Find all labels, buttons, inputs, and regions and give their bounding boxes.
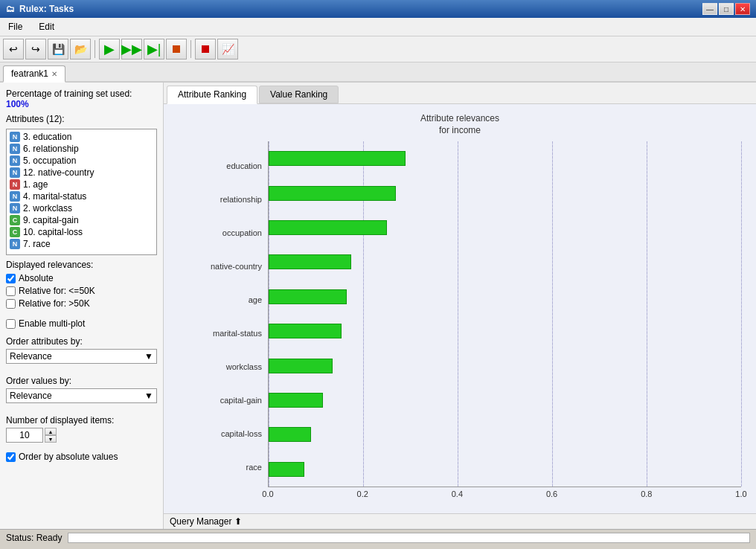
multiplot-label: Enable multi-plot	[19, 318, 85, 329]
relative-le50-checkbox-row: Relative for: <=50K	[6, 286, 157, 296]
chart-label-native-country: native-country	[179, 262, 262, 271]
x-label-10: 1.0	[735, 489, 746, 498]
relative-le50-label: Relative for: <=50K	[19, 286, 95, 296]
list-item[interactable]: N 7. race	[8, 238, 155, 250]
toolbar-run-all[interactable]: ▶▶	[121, 39, 142, 60]
relevances-section: Displayed relevances: Absolute Relative …	[6, 260, 157, 311]
tab-featrank1[interactable]: featrank1 ✕	[3, 65, 65, 83]
absolute-label: Absolute	[19, 273, 54, 283]
abs-order-label: Order by absolute values	[19, 452, 118, 462]
order-attr-select[interactable]: Relevance ▼	[6, 349, 157, 364]
toolbar-save[interactable]: 💾	[48, 39, 68, 60]
query-manager-tab[interactable]: Query Manager ⬆	[170, 516, 242, 527]
chart-body: education relationship occupation native…	[179, 141, 741, 506]
abs-order-checkbox[interactable]	[6, 452, 16, 462]
order-attr-section: Order attributes by: Relevance ▼	[6, 336, 157, 368]
toolbar-undo[interactable]: ↩	[3, 39, 24, 60]
toolbar-open[interactable]: 📂	[70, 39, 91, 60]
chart-label-workclass: workclass	[179, 362, 262, 371]
toolbar-chart[interactable]: 📈	[217, 39, 238, 60]
list-item[interactable]: N 12. native-country	[8, 167, 155, 179]
absolute-checkbox[interactable]	[6, 274, 16, 283]
chart-area: Attribute relevances for income educatio…	[164, 104, 756, 513]
spin-up-button[interactable]: ▲	[45, 428, 57, 435]
tab-close-button[interactable]: ✕	[51, 70, 57, 78]
chart-label-marital-status: marital-status	[179, 329, 262, 338]
bar-row-capital-loss	[269, 425, 741, 444]
x-label-02: 0.2	[357, 489, 368, 498]
list-item[interactable]: N 2. workclass	[8, 202, 155, 214]
badge-c: C	[10, 215, 20, 225]
chart-tabs: Attribute Ranking Value Ranking	[164, 83, 756, 104]
bar-row-relationship	[269, 184, 741, 203]
badge-n: N	[10, 191, 20, 202]
toolbar-separator-2	[190, 40, 191, 58]
bar-native-country	[269, 254, 351, 269]
badge-n: N	[10, 155, 20, 166]
bar-age	[269, 289, 347, 304]
bar-row-occupation	[269, 218, 741, 237]
bar-row-education	[269, 149, 741, 168]
list-item[interactable]: N 4. marital-status	[8, 190, 155, 202]
tab-label: featrank1	[11, 68, 48, 79]
num-items-input[interactable]	[6, 428, 43, 443]
toolbar-run[interactable]: ▶	[99, 39, 120, 60]
tab-strip: featrank1 ✕	[0, 62, 756, 83]
spin-down-button[interactable]: ▼	[45, 435, 57, 443]
list-item[interactable]: C 9. capital-gain	[8, 214, 155, 226]
list-item[interactable]: N 3. education	[8, 131, 155, 143]
chart-label-race: race	[179, 463, 262, 472]
x-label-0: 0.0	[262, 489, 273, 498]
order-values-value: Relevance	[10, 391, 52, 401]
left-panel: Percentage of training set used: 100% At…	[0, 83, 164, 529]
close-button[interactable]: ✕	[735, 3, 750, 15]
menu-edit[interactable]: Edit	[33, 19, 60, 34]
badge-n: N	[10, 167, 20, 178]
chart-plot: 0.0 0.2 0.4 0.6 0.8 1.0	[268, 141, 741, 506]
num-items-label: Number of displayed items:	[6, 415, 157, 426]
bar-occupation	[269, 220, 387, 235]
minimize-button[interactable]: —	[702, 3, 717, 15]
title-bar: 🗂 Rulex: Tasks — □ ✕	[0, 0, 756, 18]
tab-attribute-ranking[interactable]: Attribute Ranking	[167, 86, 257, 104]
toolbar-stop[interactable]: ⏹	[195, 39, 216, 60]
tab-value-ranking[interactable]: Value Ranking	[259, 86, 339, 103]
relative-gt50-checkbox[interactable]	[6, 299, 16, 309]
x-label-08: 0.8	[641, 489, 652, 498]
attributes-label: Attributes (12):	[6, 114, 157, 124]
relative-le50-checkbox[interactable]	[6, 286, 16, 296]
list-item[interactable]: C 10. capital-loss	[8, 226, 155, 238]
status-text: Status: Ready	[6, 533, 62, 543]
bar-row-age	[269, 287, 741, 306]
chart-label-education: education	[179, 161, 262, 170]
multiplot-checkbox[interactable]	[6, 319, 16, 329]
toolbar-stop-run[interactable]: ⏹	[166, 39, 187, 60]
attribute-list[interactable]: N 3. education N 6. relationship N 5. oc…	[6, 129, 157, 255]
list-item[interactable]: N 5. occupation	[8, 155, 155, 167]
order-values-section: Order values by: Relevance ▼	[6, 376, 157, 408]
x-label-04: 0.4	[452, 489, 463, 498]
toolbar-separator-1	[94, 40, 95, 58]
menu-file[interactable]: File	[3, 19, 28, 34]
badge-c: C	[10, 227, 20, 237]
multiplot-row: Enable multi-plot	[6, 318, 157, 329]
num-items-section: Number of displayed items: ▲ ▼	[6, 415, 157, 443]
maximize-button[interactable]: □	[719, 3, 734, 15]
bar-relationship	[269, 186, 396, 201]
displayed-relevances-label: Displayed relevances:	[6, 260, 157, 270]
chevron-down-icon: ▼	[144, 351, 153, 362]
order-values-select[interactable]: Relevance ▼	[6, 388, 157, 403]
training-pct-value: 100%	[6, 99, 29, 109]
toolbar: ↩ ↪ 💾 📂 ▶ ▶▶ ▶| ⏹ ⏹ 📈	[0, 36, 756, 62]
toolbar-redo[interactable]: ↪	[25, 39, 46, 60]
toolbar-run-step[interactable]: ▶|	[144, 39, 164, 60]
list-item[interactable]: N 1. age	[8, 179, 155, 190]
bar-row-workclass	[269, 356, 741, 376]
list-item[interactable]: N 6. relationship	[8, 143, 155, 155]
chart-label-capital-gain: capital-gain	[179, 396, 262, 405]
bottom-bar: Query Manager ⬆	[164, 513, 756, 529]
badge-n: N	[10, 239, 20, 249]
bar-workclass	[269, 359, 333, 373]
query-manager-icon: ⬆	[234, 516, 242, 527]
right-panel: Attribute Ranking Value Ranking Attribut…	[164, 83, 756, 529]
